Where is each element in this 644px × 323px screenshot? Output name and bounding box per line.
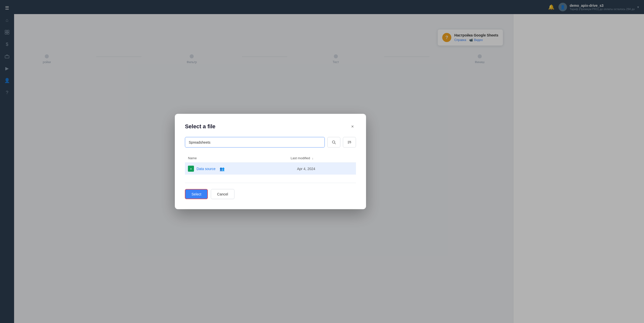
spreadsheet-file-icon: +	[188, 166, 194, 172]
sort-button[interactable]	[343, 137, 356, 148]
column-name-header: Name	[185, 154, 288, 163]
sort-icon	[347, 140, 351, 144]
file-table: Name Last modified ↓	[185, 154, 356, 163]
file-name-cell[interactable]: + Data source 👥	[185, 163, 294, 175]
column-modified-header: Last modified ↓	[288, 154, 356, 163]
modal-header: Select a file ×	[185, 123, 356, 130]
modal-footer: Select Cancel	[185, 183, 356, 199]
modal-close-button[interactable]: ×	[349, 123, 356, 130]
search-row	[185, 137, 356, 148]
select-button[interactable]: Select	[185, 189, 208, 199]
shared-users-icon: 👥	[220, 166, 225, 171]
search-button[interactable]	[327, 137, 340, 148]
table-row[interactable]: + Data source 👥 Apr 4, 2024	[185, 163, 356, 175]
file-modified-date: Apr 4, 2024	[294, 163, 356, 175]
search-input-wrapper	[185, 137, 325, 148]
select-file-modal: Select a file × Name	[175, 114, 366, 209]
search-input[interactable]	[185, 137, 325, 148]
cancel-button[interactable]: Cancel	[211, 189, 234, 199]
svg-line-6	[335, 143, 336, 144]
modal-title: Select a file	[185, 123, 215, 130]
search-icon	[332, 140, 336, 144]
sort-arrow-icon: ↓	[312, 157, 313, 160]
file-list-table: + Data source 👥 Apr 4, 2024	[185, 163, 356, 175]
file-list-scroll[interactable]: + Data source 👥 Apr 4, 2024	[185, 163, 356, 175]
file-name-text: Data source	[196, 167, 215, 171]
